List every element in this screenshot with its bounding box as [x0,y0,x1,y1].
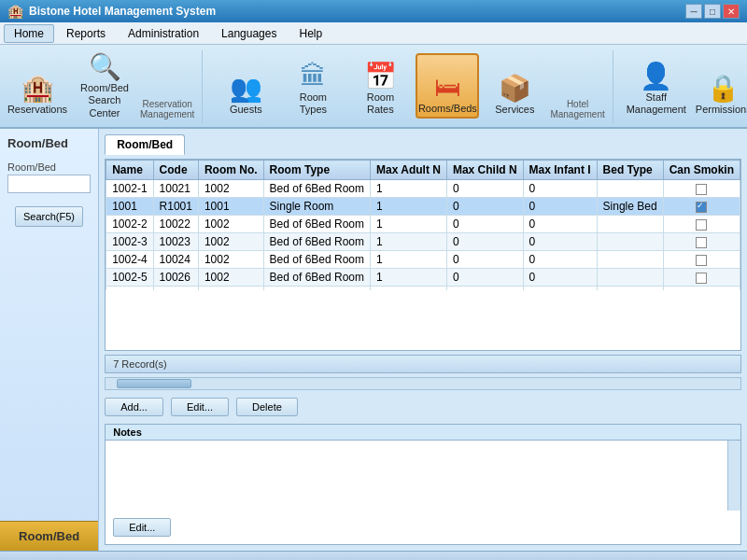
table-row[interactable]: 1002-5100261002Bed of 6Bed Room100 [106,269,740,287]
room-bed-table: Name Code Room No. Room Type Max Adult N… [106,160,740,290]
smoking-checkbox[interactable] [696,237,707,248]
toolbar-guests[interactable]: 👥 Guests [214,53,277,119]
smoking-checkbox[interactable] [696,202,707,213]
table-scroll-area[interactable]: Name Code Room No. Room Type Max Adult N… [106,160,740,290]
table-row[interactable]: 1002-3100231002Bed of 6Bed Room100 [106,233,740,251]
tab-bar: Room/Bed [105,134,741,155]
services-icon: 📦 [499,76,531,102]
permissions-label: Permissions [696,104,747,116]
staff-icon: 👤 [640,63,672,90]
smoking-checkbox[interactable] [696,219,707,231]
menu-bar: Home Reports Administration Languages He… [0,22,747,45]
group-label-reservation: Reservation Management [140,50,203,123]
room-bed-label: Room/Bed [7,161,91,173]
table-row[interactable]: 1001R10011001Single Room100Single Bed [106,198,740,216]
menu-reports[interactable]: Reports [56,24,116,43]
col-room-type: Room Type [263,161,370,180]
roombed-search-icon: 🔍 [89,54,121,80]
action-buttons: Add... Edit... Delete [105,394,741,420]
toolbar-permissions[interactable]: 🔒 Permissions [692,53,747,119]
group-label-hotel: Hotel Management [550,50,613,123]
col-max-infant: Max Infant I [523,161,597,180]
room-rates-label: RoomRates [367,91,394,116]
menu-administration[interactable]: Administration [118,24,209,43]
room-types-icon: 🏛 [300,63,326,90]
toolbar-roombed-search[interactable]: 🔍 Room/BedSearch Center [73,49,136,122]
delete-button[interactable]: Delete [236,398,298,416]
toolbar-group-reservation: 🏨 Reservations 🔍 Room/BedSearch Center [6,49,136,123]
menu-home[interactable]: Home [4,24,54,43]
sidebar-footer-label: Room/Bed [0,521,98,551]
toolbar-group-system: 👤 StaffManagement 🔒 Permissions ✏️ Setti… [625,49,747,123]
search-button[interactable]: Search(F5) [15,206,83,227]
col-max-adult: Max Adult N [371,161,447,180]
reservations-icon: 🏨 [21,76,54,102]
services-label: Services [495,104,534,116]
toolbar-reservations[interactable]: 🏨 Reservations [6,53,69,119]
col-max-child: Max Child N [446,161,523,180]
rooms-beds-icon: 🛏 [434,75,460,101]
col-name: Name [106,161,153,180]
notes-edit-button[interactable]: Edit... [113,518,171,537]
guests-icon: 👥 [230,76,262,102]
sidebar: Room/Bed Room/Bed Search(F5) Room/Bed [0,129,99,551]
horizontal-scrollbar[interactable] [105,377,741,390]
toolbar-room-types[interactable]: 🏛 RoomTypes [281,53,345,119]
toolbar-room-rates[interactable]: 📅 RoomRates [348,53,412,119]
minimize-button[interactable]: ─ [685,4,702,19]
notes-scrollbar[interactable] [727,441,740,511]
content-panel: Room/Bed Name Code Room No. Room Type Ma… [99,129,747,551]
table-row[interactable]: 1002-4100241002Bed of 6Bed Room100 [106,251,740,269]
col-room-no: Room No. [198,161,263,180]
toolbar-rooms-beds[interactable]: 🛏 Rooms/Beds [416,53,479,119]
sidebar-room-bed-field: Room/Bed [0,158,98,197]
toolbar: 🏨 Reservations 🔍 Room/BedSearch Center R… [0,45,747,129]
table-row[interactable]: 1002-2100221002Bed of 6Bed Room100 [106,216,740,233]
room-rates-icon: 📅 [364,63,397,90]
menu-help[interactable]: Help [289,24,332,43]
room-types-label: RoomTypes [300,91,327,116]
toolbar-staff[interactable]: 👤 StaffManagement [625,53,688,119]
window-controls[interactable]: ─ □ ✕ [685,4,740,19]
guests-label: Guests [230,104,262,116]
tab-roombed[interactable]: Room/Bed [105,134,185,155]
notes-area [106,441,740,511]
record-count: 7 Record(s) [105,355,741,373]
staff-label: StaffManagement [627,91,686,116]
col-bed-type: Bed Type [597,161,663,180]
scrollbar-thumb [117,379,191,388]
room-bed-input[interactable] [7,175,91,193]
app-icon: 🏨 [7,4,23,19]
table-row[interactable]: 1002-1100211002Bed of 6Bed Room100 [106,180,740,198]
menu-languages[interactable]: Languages [211,24,287,43]
toolbar-group-hotel: 👥 Guests 🏛 RoomTypes 📅 RoomRates 🛏 Rooms… [214,49,546,123]
permissions-icon: 🔒 [707,76,740,102]
toolbar-services[interactable]: 📦 Services [483,53,546,119]
col-smoking: Can Smokin [663,161,740,180]
app-title: Bistone Hotel Management System [29,5,216,18]
sidebar-title: Room/Bed [0,129,98,158]
close-button[interactable]: ✕ [723,4,740,19]
status-bar [0,551,747,560]
roombed-search-label: Room/BedSearch Center [78,82,132,119]
edit-button[interactable]: Edit... [171,398,229,416]
reservations-label: Reservations [7,104,67,116]
title-bar: 🏨 Bistone Hotel Management System ─ □ ✕ [0,0,747,22]
smoking-checkbox[interactable] [696,255,707,266]
smoking-checkbox[interactable] [696,273,707,284]
maximize-button[interactable]: □ [704,4,721,19]
smoking-checkbox[interactable] [696,184,707,195]
data-table-container: Name Code Room No. Room Type Max Adult N… [105,159,741,351]
rooms-beds-label: Rooms/Beds [418,103,477,115]
table-row[interactable]: 1002-6100261002Bed of 6Bed Room100 [106,287,740,291]
col-code: Code [153,161,198,180]
notes-tab[interactable]: Notes [106,425,740,441]
notes-section: Notes Edit... [105,424,741,545]
add-button[interactable]: Add... [105,398,163,416]
